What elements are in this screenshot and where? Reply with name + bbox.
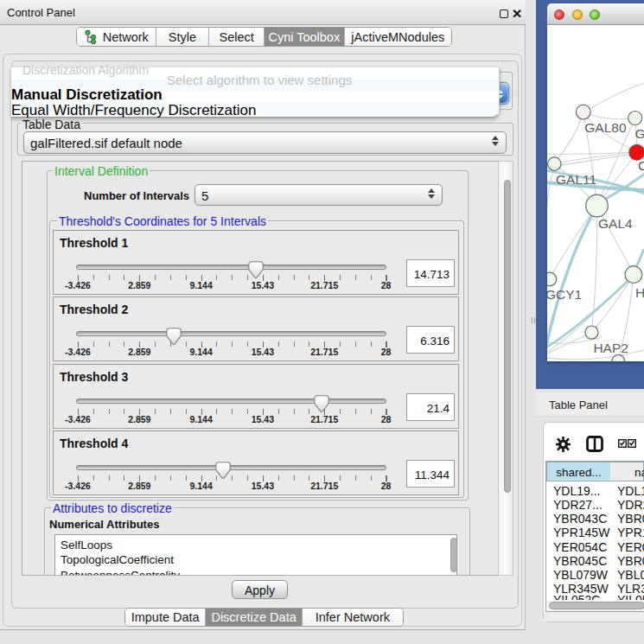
svg-text:HAP2: HAP2: [593, 341, 628, 355]
svg-text:GAL: GAL: [635, 126, 644, 141]
svg-text:GAL4: GAL4: [598, 216, 633, 231]
svg-text:GAL80: GAL80: [584, 120, 627, 135]
svg-text:CY: CY: [638, 158, 644, 173]
svg-text:GAL11: GAL11: [556, 172, 596, 187]
svg-text:GCY1: GCY1: [547, 287, 582, 302]
svg-text:HST: HST: [635, 285, 644, 300]
